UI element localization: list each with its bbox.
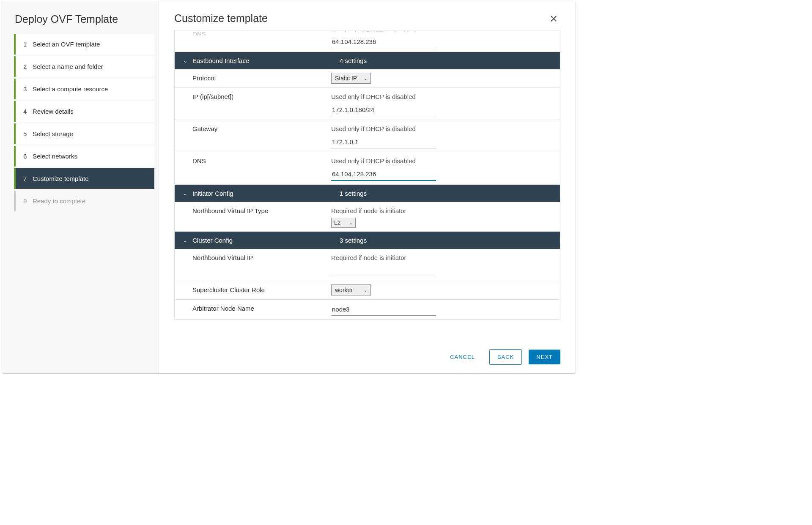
step-number: 1 <box>23 41 33 48</box>
table-row-dns-prev: DNS Used only if DHCP is disabled <box>175 30 560 52</box>
table-row-nvip: Northbound Virtual IP Required if node i… <box>175 249 560 281</box>
field-label: Northbound Virtual IP Type <box>175 202 331 219</box>
section-initiator-header[interactable]: ⌄ Initiator Config 1 settings <box>175 185 560 202</box>
section-title: Cluster Config <box>192 237 233 244</box>
wizard-step-7[interactable]: 7 Customize template <box>14 168 154 189</box>
step-label: Customize template <box>33 175 89 182</box>
table-row-arbitrator: Arbitrator Node Name <box>175 300 560 319</box>
field-value-area: Used only if DHCP is disabled <box>331 88 560 120</box>
chevron-down-icon: ⌄ <box>183 191 187 197</box>
table-row-dns: DNS Used only if DHCP is disabled <box>175 152 560 185</box>
next-button[interactable]: NEXT <box>529 350 560 364</box>
arbitrator-input[interactable] <box>331 303 436 316</box>
field-label: IP (ip[/subnet]) <box>175 88 331 105</box>
section-eastbound-header[interactable]: ⌄ Eastbound Interface 4 settings <box>175 52 560 69</box>
step-number: 3 <box>23 85 33 93</box>
select-value: Static IP <box>335 75 357 82</box>
chevron-down-icon: ⌄ <box>349 221 353 225</box>
wizard-step-2[interactable]: 2 Select a name and folder <box>14 56 154 77</box>
gateway-input[interactable] <box>331 136 436 148</box>
wizard-step-1[interactable]: 1 Select an OVF template <box>14 34 154 55</box>
section-count: 1 settings <box>340 190 367 197</box>
wizard-step-8: 8 Ready to complete <box>14 191 154 211</box>
field-label: Protocol <box>175 69 331 87</box>
field-hint: Required if node is initiator <box>331 252 551 261</box>
step-number: 5 <box>23 130 33 137</box>
deploy-ovf-dialog: Deploy OVF Template 1 Select an OVF temp… <box>2 2 576 374</box>
dialog-footer: CANCEL BACK NEXT <box>159 341 576 373</box>
wizard-steps-list: 1 Select an OVF template 2 Select a name… <box>2 34 159 213</box>
nvip-input[interactable] <box>331 265 436 277</box>
dns-prev-input[interactable] <box>331 36 436 48</box>
step-number: 4 <box>23 108 33 115</box>
field-value-area: worker ⌄ <box>331 281 560 299</box>
cluster-role-select[interactable]: worker ⌄ <box>331 284 371 295</box>
section-count: 3 settings <box>340 237 367 244</box>
nvip-type-select[interactable]: L2 ⌄ <box>331 218 356 228</box>
dns-input[interactable] <box>331 168 436 181</box>
step-number: 8 <box>23 197 33 205</box>
wizard-step-4[interactable]: 4 Review details <box>14 101 154 122</box>
main-panel: Customize template ✕ DNS Used only if DH… <box>159 2 576 373</box>
section-count: 4 settings <box>340 57 367 64</box>
field-label: Northbound Virtual IP <box>175 249 331 266</box>
wizard-step-3[interactable]: 3 Select a compute resource <box>14 79 154 99</box>
select-value: worker <box>335 287 353 293</box>
table-row-protocol: Protocol Static IP ⌄ <box>175 69 560 88</box>
field-hint: Used only if DHCP is disabled <box>331 30 551 32</box>
field-label: DNS <box>175 152 331 170</box>
field-hint: Used only if DHCP is disabled <box>331 91 551 100</box>
wizard-step-5[interactable]: 5 Select storage <box>14 123 154 144</box>
field-value-area: Used only if DHCP is disabled <box>331 30 560 52</box>
field-label: Gateway <box>175 120 331 137</box>
close-icon: ✕ <box>549 13 558 25</box>
step-label: Select networks <box>33 153 77 160</box>
section-cluster-header[interactable]: ⌄ Cluster Config 3 settings <box>175 232 560 249</box>
field-hint: Required if node is initiator <box>331 205 551 214</box>
field-value-area <box>331 300 560 319</box>
form-table: DNS Used only if DHCP is disabled ⌄ East… <box>174 30 560 320</box>
field-hint: Used only if DHCP is disabled <box>331 156 551 164</box>
step-label: Select a name and folder <box>33 63 103 70</box>
section-title: Initiator Config <box>192 190 233 197</box>
field-value-area: Used only if DHCP is disabled <box>331 152 560 184</box>
field-value-area: Required if node is initiator L2 ⌄ <box>331 202 560 231</box>
step-number: 2 <box>23 63 33 70</box>
dialog-title: Deploy OVF Template <box>2 10 159 34</box>
protocol-select[interactable]: Static IP ⌄ <box>331 73 371 84</box>
step-number: 6 <box>23 153 33 160</box>
step-label: Select a compute resource <box>33 85 108 93</box>
field-label: Arbitrator Node Name <box>175 300 331 317</box>
table-row-nvip-type: Northbound Virtual IP Type Required if n… <box>175 202 560 232</box>
table-row-cluster-role: Supercluster Cluster Role worker ⌄ <box>175 281 560 300</box>
step-label: Select an OVF template <box>33 41 100 48</box>
field-value-area: Static IP ⌄ <box>331 69 560 87</box>
page-title: Customize template <box>174 12 268 25</box>
field-label: DNS <box>175 30 331 36</box>
back-button[interactable]: BACK <box>489 349 522 365</box>
step-label: Review details <box>33 108 74 115</box>
section-title: Eastbound Interface <box>192 57 249 64</box>
chevron-down-icon: ⌄ <box>183 58 187 64</box>
step-number: 7 <box>23 175 33 182</box>
close-button[interactable]: ✕ <box>547 12 560 26</box>
chevron-down-icon: ⌄ <box>364 288 367 293</box>
select-value: L2 <box>334 219 341 226</box>
cancel-button[interactable]: CANCEL <box>442 350 483 364</box>
wizard-step-6[interactable]: 6 Select networks <box>14 146 154 167</box>
field-value-area: Used only if DHCP is disabled <box>331 120 560 152</box>
ip-input[interactable] <box>331 104 436 116</box>
field-label: Supercluster Cluster Role <box>175 281 331 298</box>
table-row-ip: IP (ip[/subnet]) Used only if DHCP is di… <box>175 88 560 120</box>
field-hint: Used only if DHCP is disabled <box>331 123 551 132</box>
chevron-down-icon: ⌄ <box>183 238 187 243</box>
chevron-down-icon: ⌄ <box>364 76 367 81</box>
step-label: Select storage <box>33 130 73 137</box>
main-header: Customize template ✕ <box>159 2 576 30</box>
field-value-area: Required if node is initiator <box>331 249 560 281</box>
table-row-gateway: Gateway Used only if DHCP is disabled <box>175 120 560 152</box>
content-scroll-area[interactable]: DNS Used only if DHCP is disabled ⌄ East… <box>159 30 576 341</box>
wizard-sidebar: Deploy OVF Template 1 Select an OVF temp… <box>2 2 159 373</box>
step-label: Ready to complete <box>33 197 85 205</box>
